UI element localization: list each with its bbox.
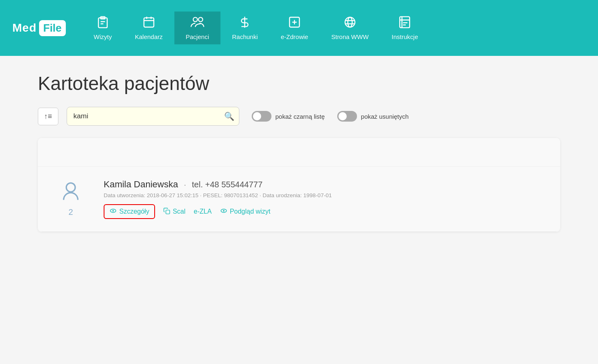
podglad-button[interactable]: Podgląd wizyt: [220, 207, 271, 216]
ezla-button[interactable]: e-ZLA: [194, 208, 212, 215]
sort-icon: ↑≡: [44, 112, 52, 120]
nav-label-rachunki: Rachunki: [232, 33, 258, 40]
svg-point-15: [348, 17, 352, 27]
patient-list-header-empty: [38, 138, 560, 167]
users-icon: [190, 16, 205, 31]
svg-rect-4: [144, 18, 154, 27]
szczegoly-label: Szczegóły: [119, 208, 149, 215]
page-title: Kartoteka pacjentów: [38, 72, 560, 94]
logo-med: Med: [12, 21, 37, 35]
nav-label-ezdrowie: e-Zdrowie: [281, 33, 308, 40]
toggle-czarna-switch[interactable]: [252, 111, 271, 122]
ezla-label: e-ZLA: [194, 208, 212, 215]
clipboard-icon: [96, 16, 109, 31]
search-box: 🔍: [67, 107, 239, 126]
nav-label-pacjenci: Pacjenci: [186, 33, 209, 40]
podglad-eye-icon: [220, 207, 227, 216]
patient-list: 2 Kamila Daniewska · tel. +48 555444777 …: [38, 138, 560, 232]
svg-rect-26: [166, 210, 169, 214]
toggle-czarna-label: pokaż czarną listę: [276, 113, 325, 120]
main-content: Kartoteka pacjentów ↑≡ 🔍 pokaż czarną li…: [21, 56, 577, 240]
nav-label-wizyty: Wizyty: [94, 33, 112, 40]
toggle-usunieci-slider: [337, 111, 357, 122]
podglad-label: Podgląd wizyt: [230, 208, 271, 215]
search-row: ↑≡ 🔍 pokaż czarną listę pokaż usuniętych: [38, 107, 560, 126]
toggle-usunieci-label: pokaż usuniętych: [361, 113, 409, 120]
avatar-count: 2: [68, 207, 73, 217]
plus-box-icon: [288, 16, 301, 31]
svg-rect-18: [400, 17, 410, 28]
patient-meta: Data utworzenia: 2018-06-27 15:02:15 · P…: [104, 192, 544, 198]
toggle-czarna-slider: [252, 111, 271, 122]
logo[interactable]: Med File: [12, 20, 66, 36]
toggle-czarna-lista: pokaż czarną listę: [252, 111, 325, 122]
patient-actions: Szczegóły Scal e-Z: [104, 204, 544, 219]
scal-button[interactable]: Scal: [163, 207, 185, 216]
nav-label-strona: Strona WWW: [331, 33, 369, 40]
svg-point-28: [223, 210, 225, 212]
svg-point-25: [112, 210, 114, 212]
nav-label-kalendarz: Kalendarz: [135, 33, 163, 40]
book-icon: [398, 16, 411, 31]
toggle-usunieci: pokaż usuniętych: [337, 111, 409, 122]
avatar: 2: [54, 181, 87, 217]
search-icon-button[interactable]: 🔍: [224, 111, 234, 121]
calendar-icon: [142, 16, 155, 31]
nav-items: Wizyty Kalendarz: [82, 12, 586, 44]
eye-icon: [109, 207, 117, 216]
svg-point-23: [66, 183, 75, 192]
person-icon: [60, 181, 81, 206]
table-row: 2 Kamila Daniewska · tel. +48 555444777 …: [38, 167, 560, 232]
nav-item-strona[interactable]: Strona WWW: [320, 12, 380, 44]
navbar: Med File Wizyty: [0, 0, 598, 56]
nav-item-kalendarz[interactable]: Kalendarz: [123, 12, 174, 44]
search-icon: 🔍: [224, 112, 234, 121]
nav-item-rachunki[interactable]: Rachunki: [220, 12, 269, 44]
patient-name-row: Kamila Daniewska · tel. +48 555444777: [104, 179, 544, 190]
search-input[interactable]: [67, 107, 239, 126]
copy-icon: [163, 207, 170, 216]
svg-point-14: [345, 17, 355, 27]
name-separator: ·: [184, 180, 186, 189]
patient-info: Kamila Daniewska · tel. +48 555444777 Da…: [104, 179, 544, 219]
nav-item-pacjenci[interactable]: Pacjenci: [174, 12, 221, 44]
szczegoly-button[interactable]: Szczegóły: [104, 204, 155, 219]
globe-icon: [343, 16, 357, 31]
patient-name: Kamila Daniewska: [104, 179, 178, 190]
nav-item-ezdrowie[interactable]: e-Zdrowie: [269, 12, 320, 44]
svg-point-9: [198, 17, 202, 21]
nav-item-wizyty[interactable]: Wizyty: [82, 12, 123, 44]
nav-label-instrukcje: Instrukcje: [392, 33, 418, 40]
svg-point-8: [193, 17, 197, 21]
nav-item-instrukcje[interactable]: Instrukcje: [380, 12, 429, 44]
dollar-icon: [238, 16, 251, 31]
toggle-usunieci-switch[interactable]: [337, 111, 357, 122]
logo-file: File: [39, 20, 66, 36]
sort-button[interactable]: ↑≡: [38, 108, 58, 125]
patient-phone: tel. +48 555444777: [192, 180, 263, 189]
scal-label: Scal: [173, 208, 185, 215]
